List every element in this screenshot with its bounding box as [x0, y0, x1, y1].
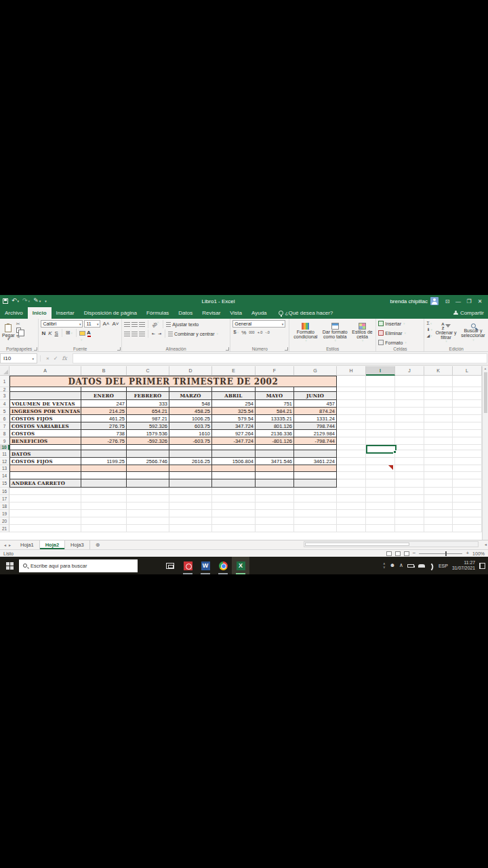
cell-K11[interactable]: [424, 450, 453, 458]
cell-C17[interactable]: [127, 495, 169, 502]
cell-E8[interactable]: 927.264: [212, 430, 256, 437]
zoom-slider-thumb[interactable]: [445, 551, 447, 556]
cell-B18[interactable]: [81, 502, 127, 510]
cell-K3[interactable]: [424, 392, 453, 400]
task-view-button[interactable]: [161, 557, 179, 574]
month-header-enero[interactable]: ENERO: [81, 392, 127, 400]
cell-F9[interactable]: -801.126: [256, 437, 294, 445]
ribbon-display-options-icon[interactable]: ⊡: [442, 298, 453, 304]
enter-icon[interactable]: ✓: [54, 355, 58, 361]
cell-B5[interactable]: 214.25: [81, 408, 127, 415]
row-header-9[interactable]: 9: [0, 437, 9, 445]
row-header-6[interactable]: 6: [0, 415, 9, 422]
cell-K13[interactable]: [424, 465, 453, 472]
cell-A13[interactable]: [9, 465, 81, 472]
decrease-decimal-button[interactable]: -.0: [264, 330, 270, 336]
cell-D20[interactable]: [169, 517, 212, 525]
bold-button[interactable]: N: [41, 330, 46, 336]
cell-L12[interactable]: [453, 458, 482, 465]
cell-D9[interactable]: -603.75: [169, 437, 212, 445]
cell-K8[interactable]: [424, 430, 453, 437]
notification-center-icon[interactable]: [479, 563, 485, 569]
cell-B11[interactable]: [81, 450, 127, 458]
cell-I18[interactable]: [366, 502, 395, 510]
cell-L2[interactable]: [453, 387, 482, 392]
row-header-17[interactable]: 17: [0, 495, 9, 502]
cell-D16[interactable]: [169, 488, 212, 495]
cell-I14[interactable]: [366, 472, 395, 479]
row-header-20[interactable]: 20: [0, 517, 9, 525]
month-header-mayo[interactable]: MAYO: [256, 392, 294, 400]
font-size-combo[interactable]: 11▾: [84, 320, 100, 328]
cell-H1[interactable]: [337, 376, 366, 387]
taskbar-app-red[interactable]: [179, 557, 197, 574]
cell-D4[interactable]: 548: [169, 400, 212, 408]
row-header-12[interactable]: 12: [0, 458, 9, 465]
row-label-datos-r11[interactable]: DATOS: [9, 450, 81, 458]
wrap-text-button[interactable]: Ajustar texto: [166, 322, 199, 327]
cell-F11[interactable]: [256, 450, 294, 458]
cell-K17[interactable]: [424, 495, 453, 502]
cell-H14[interactable]: [337, 472, 366, 479]
cell-J15[interactable]: [395, 479, 424, 488]
sheet-tab-hoja3[interactable]: Hoja3: [65, 540, 90, 549]
row-label-ingresos-por-ventas-r5[interactable]: INGRESOS POR VENTAS: [9, 408, 81, 415]
column-header-L[interactable]: L: [453, 366, 482, 376]
month-header-marzo[interactable]: MARZO: [169, 392, 212, 400]
scroll-chevrons-icon[interactable]: ∧∨: [383, 562, 386, 569]
tab-disposici-n-de-p-gina[interactable]: Disposición de página: [79, 307, 142, 319]
page-break-view-icon[interactable]: [404, 551, 409, 556]
cell-D5[interactable]: 458.25: [169, 408, 212, 415]
row-header-7[interactable]: 7: [0, 422, 9, 430]
start-button[interactable]: [0, 557, 19, 574]
column-header-E[interactable]: E: [212, 366, 256, 376]
row-label-andrea-carreto-r15[interactable]: ANDREA CARRETO: [9, 479, 81, 488]
cell-H3[interactable]: [337, 392, 366, 400]
cell-G2[interactable]: [294, 387, 337, 392]
redo-icon[interactable]: ↷: [22, 298, 30, 304]
row-header-15[interactable]: 15: [0, 479, 9, 488]
month-header-junio[interactable]: JUNIO: [294, 392, 337, 400]
cell-J19[interactable]: [395, 510, 424, 517]
decrease-font-button[interactable]: A˅: [111, 321, 119, 327]
cell-F20[interactable]: [256, 517, 294, 525]
align-center-icon[interactable]: [131, 332, 138, 336]
row-label-beneficios-r9[interactable]: BENEFICIOS: [9, 437, 81, 445]
cell-H4[interactable]: [337, 400, 366, 408]
cell-K7[interactable]: [424, 422, 453, 430]
cell-E17[interactable]: [212, 495, 256, 502]
horizontal-scrollbar[interactable]: [304, 541, 479, 547]
select-all-corner[interactable]: [0, 366, 9, 376]
cell-K20[interactable]: [424, 517, 453, 525]
cell-F6[interactable]: 13335.21: [256, 415, 294, 422]
row-header-16[interactable]: 16: [0, 488, 9, 495]
clipboard-dialog-launcher-icon[interactable]: [34, 347, 37, 351]
cell-L8[interactable]: [453, 430, 482, 437]
cell-E21[interactable]: [212, 525, 256, 532]
cell-J12[interactable]: [395, 458, 424, 465]
cell-C4[interactable]: 333: [127, 400, 169, 408]
cell-A17[interactable]: [9, 495, 81, 502]
cell-G11[interactable]: [294, 450, 337, 458]
cell-B6[interactable]: 461.25: [81, 415, 127, 422]
cell-F17[interactable]: [256, 495, 294, 502]
tab-ayuda[interactable]: Ayuda: [247, 307, 272, 319]
cell-D14[interactable]: [169, 472, 212, 479]
cell-I8[interactable]: [366, 430, 395, 437]
cell-F19[interactable]: [256, 510, 294, 517]
cell-I6[interactable]: [366, 415, 395, 422]
cell-F16[interactable]: [256, 488, 294, 495]
cell-E6[interactable]: 579.54: [212, 415, 256, 422]
cell-I7[interactable]: [366, 422, 395, 430]
cell-L14[interactable]: [453, 472, 482, 479]
cell-I9[interactable]: [366, 437, 395, 445]
tab-f-rmulas[interactable]: Fórmulas: [142, 307, 174, 319]
cell-C10[interactable]: [127, 445, 169, 450]
cell-E19[interactable]: [212, 510, 256, 517]
cell-L3[interactable]: [453, 392, 482, 400]
cell-K12[interactable]: [424, 458, 453, 465]
row-header-4[interactable]: 4: [0, 400, 9, 408]
row-label-costos-variables-r7[interactable]: COSTOS VARIABLES: [9, 422, 81, 430]
orientation-icon[interactable]: ab: [150, 319, 161, 330]
cell-L1[interactable]: [453, 376, 482, 387]
